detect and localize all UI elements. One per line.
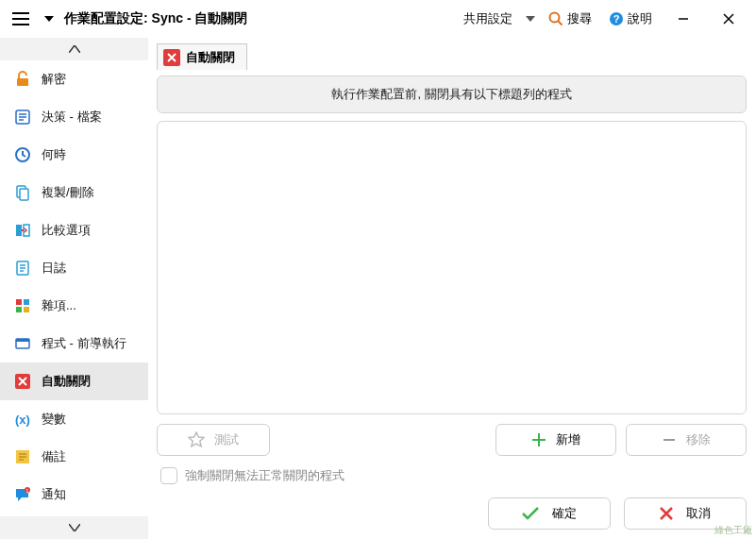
svg-rect-3 [17, 78, 28, 86]
svg-rect-7 [20, 189, 28, 200]
svg-text:?: ? [613, 13, 620, 25]
sidebar-item-when[interactable]: 何時 [0, 136, 148, 174]
unlock-icon [13, 70, 32, 89]
test-button: 測試 [157, 424, 270, 456]
sidebar-scroll-down[interactable] [0, 516, 148, 539]
sidebar-item-label: 比較選項 [42, 222, 91, 239]
sidebar-item-label: 變數 [42, 411, 66, 428]
sidebar-item-copy-delete[interactable]: 複製/刪除 [0, 174, 148, 211]
sidebar-item-notes[interactable]: 備註 [0, 438, 148, 476]
help-button[interactable]: ? 說明 [603, 8, 658, 29]
remove-button: 移除 [626, 424, 747, 456]
history-dropdown-button[interactable] [40, 6, 59, 32]
svg-rect-12 [24, 299, 29, 305]
close-icon [13, 372, 32, 391]
variables-icon: (x) [13, 410, 32, 429]
close-window-button[interactable] [709, 6, 748, 32]
watermark: 綠色工廠 [714, 524, 752, 537]
misc-icon [13, 296, 32, 315]
svg-rect-14 [24, 307, 29, 312]
search-button[interactable]: 搜尋 [543, 8, 597, 29]
sidebar: 解密 決策 - 檔案 何時 複製/刪除 比較選項 日誌 [0, 38, 149, 539]
svg-rect-11 [16, 299, 22, 305]
sidebar-item-label: 通知 [42, 486, 66, 503]
svg-rect-16 [16, 339, 29, 342]
copy-icon [13, 183, 32, 202]
note-icon [13, 447, 32, 466]
sidebar-item-label: 決策 - 檔案 [42, 109, 102, 126]
sidebar-item-misc[interactable]: 雜項... [0, 287, 148, 325]
sidebar-item-label: 日誌 [42, 260, 66, 277]
ok-button[interactable]: 確定 [488, 497, 611, 530]
force-close-checkbox-row[interactable]: 強制關閉無法正常關閉的程式 [157, 467, 747, 484]
add-label: 新增 [556, 431, 580, 448]
cancel-label: 取消 [686, 505, 711, 522]
program-icon [13, 334, 32, 353]
tab-label: 自動關閉 [186, 49, 235, 66]
hamburger-menu-button[interactable] [8, 6, 34, 32]
svg-rect-8 [16, 225, 22, 236]
help-icon: ? [609, 11, 624, 26]
svg-point-0 [550, 12, 560, 22]
sidebar-item-decrypt[interactable]: 解密 [0, 60, 148, 98]
decision-icon [13, 108, 32, 126]
x-icon [660, 507, 673, 520]
main-panel: 自動關閉 執行作業配置前, 關閉具有以下標題列的程式 測試 新增 移除 [149, 38, 756, 539]
sidebar-item-program-before[interactable]: 程式 - 前導執行 [0, 325, 148, 362]
remove-label: 移除 [686, 431, 711, 448]
sidebar-item-label: 複製/刪除 [42, 184, 94, 201]
clock-icon [13, 145, 32, 164]
log-icon [13, 259, 32, 278]
check-icon [522, 507, 539, 520]
minimize-button[interactable] [664, 6, 703, 32]
help-label: 說明 [628, 10, 652, 27]
share-dropdown-icon[interactable] [524, 16, 537, 22]
tab-auto-close[interactable]: 自動關閉 [157, 43, 247, 70]
compare-icon [13, 221, 32, 240]
info-banner: 執行作業配置前, 關閉具有以下標題列的程式 [157, 76, 747, 113]
svg-rect-13 [16, 307, 22, 312]
sidebar-item-label: 程式 - 前導執行 [42, 335, 126, 352]
force-close-label: 強制關閉無法正常關閉的程式 [185, 467, 344, 484]
sidebar-item-label: 解密 [42, 71, 66, 88]
info-text: 執行作業配置前, 關閉具有以下標題列的程式 [331, 86, 571, 103]
svg-text:(x): (x) [15, 413, 30, 427]
search-icon [548, 11, 563, 26]
svg-text:1: 1 [26, 488, 29, 494]
plus-icon [531, 432, 546, 447]
notify-icon: 1 [13, 485, 32, 504]
share-settings-button[interactable]: 共用設定 [458, 8, 518, 29]
program-title-list[interactable] [157, 121, 747, 414]
sidebar-item-label: 備註 [42, 448, 66, 465]
star-icon [188, 431, 205, 448]
sidebar-item-log[interactable]: 日誌 [0, 249, 148, 287]
sidebar-item-variables[interactable]: (x) 變數 [0, 400, 148, 438]
test-label: 測試 [214, 431, 239, 448]
ok-label: 確定 [552, 505, 577, 522]
sidebar-item-compare[interactable]: 比較選項 [0, 211, 148, 249]
sidebar-item-decision[interactable]: 決策 - 檔案 [0, 98, 148, 136]
close-icon [163, 49, 180, 66]
sidebar-item-notifications[interactable]: 1 通知 [0, 476, 148, 514]
sidebar-item-label: 雜項... [42, 297, 76, 314]
minus-icon [662, 432, 677, 447]
force-close-checkbox[interactable] [160, 467, 177, 484]
sidebar-item-label: 自動關閉 [42, 373, 91, 390]
share-settings-label: 共用設定 [463, 10, 512, 27]
sidebar-item-label: 何時 [42, 146, 66, 163]
add-button[interactable]: 新增 [496, 424, 616, 456]
search-label: 搜尋 [567, 10, 592, 27]
sidebar-item-auto-close[interactable]: 自動關閉 [0, 362, 148, 400]
window-title: 作業配置設定: Sync - 自動關閉 [64, 10, 247, 27]
sidebar-scroll-up[interactable] [0, 38, 148, 60]
